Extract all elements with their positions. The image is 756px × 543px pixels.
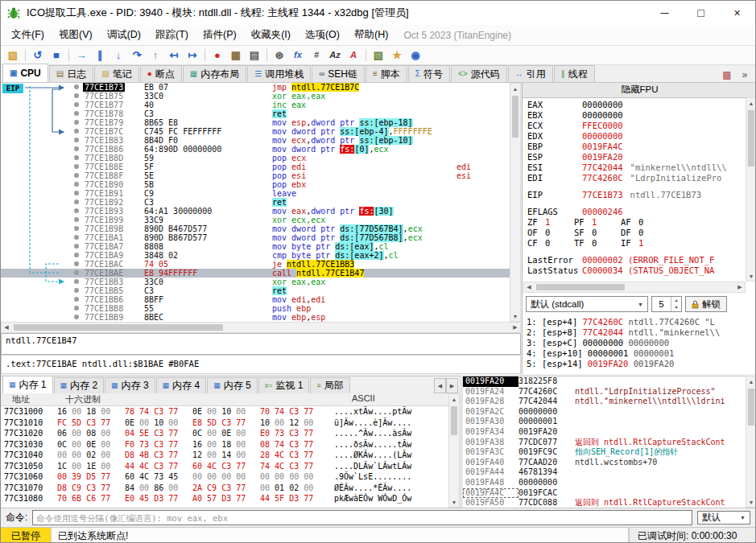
tab-日志[interactable]: ▤日志 xyxy=(49,65,93,82)
tab-脚本[interactable]: ≡脚本 xyxy=(366,65,407,82)
stack-row[interactable]: 0019FA4446781394 xyxy=(463,467,746,478)
stack-row[interactable]: 0019FA2477C4260Cntdll."LdrpInitializePro… xyxy=(463,387,746,397)
disasm-row[interactable]: 77CE1B7533C0xor eax,eax xyxy=(1,92,510,101)
maximize-button[interactable]: □ xyxy=(683,1,719,25)
scrollbar-thumb[interactable] xyxy=(512,96,518,138)
stop-button[interactable]: ■ xyxy=(48,47,65,64)
disasm-row[interactable]: 77CE1BB333C0xor eax,eax xyxy=(1,278,510,286)
step-out-button[interactable]: ↑ xyxy=(147,47,164,64)
dump-row[interactable]: 77C310300C 00 0E 00F0 73 C3 7716 00 18 0… xyxy=(1,439,448,450)
stack-scrollbar[interactable]: ▲ ▼ xyxy=(746,376,756,508)
tab-调用堆栈[interactable]: ☰调用堆栈 xyxy=(247,65,311,82)
stack-row[interactable]: 0019FA4077CAAD20ntdll.wcstombs+70 xyxy=(463,458,746,468)
breakpoint-dot[interactable] xyxy=(74,261,79,266)
case-button[interactable]: Az xyxy=(326,47,344,64)
breakpoint-dot[interactable] xyxy=(74,253,79,257)
scrollbar-thumb[interactable] xyxy=(451,406,457,435)
breakpoint-dot[interactable] xyxy=(74,93,79,98)
disasm-row[interactable]: 77CE1B92C3ret xyxy=(1,198,510,207)
disasm-row[interactable]: 77CE1B7740inc eax xyxy=(1,101,510,109)
tab-断点[interactable]: ●断点 xyxy=(140,65,182,82)
tab-线程[interactable]: ∥线程 xyxy=(554,65,595,82)
menu-item-5[interactable]: 收藏夹(I) xyxy=(244,25,298,45)
restart-button[interactable]: ↺ xyxy=(29,47,47,64)
stack-row[interactable]: 0019FA4C0019FCAC xyxy=(463,488,746,499)
register-row[interactable]: ESP0019FA20 xyxy=(527,152,744,162)
dump-tab-内存 4[interactable]: ▦内存 4 xyxy=(156,377,207,393)
settings-button[interactable]: ⊛ xyxy=(271,47,288,64)
hide-fpu-button[interactable]: 隐藏FPU xyxy=(523,83,756,98)
scroll-down-icon[interactable]: ▼ xyxy=(746,271,756,281)
menu-item-4[interactable]: 插件(P) xyxy=(196,25,244,45)
disasm-row[interactable]: 77CE1B91C9leave xyxy=(1,189,510,198)
stack-row[interactable]: 0019FA3000000001 xyxy=(463,417,746,427)
disasm-row[interactable]: 77CE1B838B4D F0mov ecx,dword ptr ss:[ebp… xyxy=(1,136,510,145)
stack-row[interactable]: 0019FA3C0019FC9C指向SEH_Record[1]的指针 xyxy=(463,447,746,458)
dump-tab-内存 2[interactable]: ▦内存 2 xyxy=(54,377,105,393)
register-row[interactable]: EDI77C4260C"LdrpInitializePro xyxy=(527,173,744,183)
register-row[interactable]: EDX00000000 xyxy=(527,131,744,142)
disasm-row[interactable]: 77CE1BA1890D B867D577mov dword ptr ds:[7… xyxy=(1,233,510,242)
log-button[interactable]: ▤ xyxy=(246,47,263,64)
stack-row[interactable]: 0019FA340019FA20 xyxy=(463,427,746,438)
stack-row[interactable]: 0019FA3877CDC077返回到 ntdll.RtlCaptureStac… xyxy=(463,438,746,448)
tab-CPU[interactable]: ▣CPU xyxy=(2,64,48,82)
breakpoint-dot[interactable] xyxy=(74,306,79,311)
disasm-row[interactable]: 77CE1B9364:A1 30000000mov eax,dword ptr … xyxy=(1,207,510,216)
scrollbar-thumb[interactable] xyxy=(748,110,754,167)
hash-button[interactable]: # xyxy=(308,47,325,64)
tab-笔记[interactable]: ▨笔记 xyxy=(94,65,138,82)
tab-引用[interactable]: ↔引用 xyxy=(508,65,553,82)
breakpoints-button[interactable]: ● xyxy=(209,47,226,64)
register-row[interactable]: CF0TF0IF1 xyxy=(527,238,744,249)
tab-内存布局[interactable]: ▦内存布局 xyxy=(183,65,246,82)
breakpoint-dot[interactable] xyxy=(74,279,79,284)
disasm-row[interactable]: 77CE1BA78808mov byte ptr ds:[eax],cl xyxy=(1,242,510,251)
skip-button[interactable]: ↦ xyxy=(184,47,201,64)
register-row[interactable]: LastError00000002 (ERROR_FILE_NOT_F xyxy=(527,255,744,265)
breakpoint-dot[interactable] xyxy=(74,270,79,275)
argument-row[interactable]: 3: [esp+C] 00000000 00000000 xyxy=(527,338,754,348)
patch-button[interactable]: ▧ xyxy=(370,47,387,64)
command-profile-select[interactable]: 默认 ▼ xyxy=(697,511,750,524)
scroll-left-icon[interactable]: ◀ xyxy=(524,282,534,292)
argument-count-stepper[interactable]: 5 ▴ ▾ xyxy=(651,296,682,312)
breakpoint-dot[interactable] xyxy=(74,226,79,231)
disassembly-hscrollbar[interactable]: ◀ ▶ xyxy=(1,322,521,333)
run-button[interactable]: → xyxy=(72,47,90,64)
breakpoint-dot[interactable] xyxy=(74,84,79,89)
about-button[interactable]: ◉ xyxy=(407,47,424,64)
disasm-row[interactable]: 77CE1B798B65 E8mov esp,dword ptr ss:[ebp… xyxy=(1,118,510,127)
dump-row[interactable]: 77C31070D8 C9 C3 7784 00 86 002A C9 C3 7… xyxy=(1,483,448,494)
dump-tab-局部[interactable]: ≡局部 xyxy=(310,377,349,393)
disasm-row[interactable]: 77CE1B7CC745 FC FEFFFFFFmov dword ptr ss… xyxy=(1,127,510,136)
breakpoint-dot[interactable] xyxy=(74,111,79,116)
disasm-row[interactable]: 77CE1B8D59pop ecx xyxy=(1,154,510,162)
dump-row[interactable]: 77C3108070 6B C6 77E0 45 D3 77A0 57 D3 7… xyxy=(1,493,448,504)
breakpoint-dot[interactable] xyxy=(74,120,79,125)
dump-row[interactable]: 77C3100016 00 18 0078 74 C3 770E 00 10 0… xyxy=(1,406,448,418)
disasm-row[interactable]: 77CE1B905Bpop ebx xyxy=(1,180,510,189)
breakpoint-dot[interactable] xyxy=(74,200,79,204)
pause-button[interactable]: ∥ xyxy=(91,47,109,64)
dump-tab-内存 3[interactable]: ▦内存 3 xyxy=(105,377,155,393)
open-file-button[interactable]: ▨ xyxy=(4,47,22,64)
dump-row[interactable]: 77C3102006 00 08 0004 5E C3 770C 00 0E 0… xyxy=(1,428,448,439)
stepper-arrows[interactable]: ▴ ▾ xyxy=(671,297,681,311)
scroll-left-icon[interactable]: ◀ xyxy=(2,323,11,332)
command-input[interactable] xyxy=(32,510,692,525)
scroll-up-icon[interactable]: ▲ xyxy=(746,376,756,386)
spin-up-icon[interactable]: ▴ xyxy=(675,297,677,304)
stack-row[interactable]: 0019FA4800000000 xyxy=(463,478,746,488)
graph-button[interactable]: ▩ xyxy=(720,68,734,82)
breakpoint-dot[interactable] xyxy=(74,235,79,240)
register-row[interactable]: ZF1PF1AF0 xyxy=(527,217,744,228)
more-tabs-button[interactable]: » xyxy=(737,68,752,82)
disasm-row[interactable]: 77CE1B73EB 07jmp ntdll.77CE1B7C xyxy=(1,83,510,92)
memory-map-button[interactable]: ▦ xyxy=(227,47,245,64)
run-to-return-button[interactable]: ↤ xyxy=(165,47,183,64)
dump-tab-内存 1[interactable]: ▦内存 1 xyxy=(2,376,53,393)
stack-row[interactable]: 0019FA2877C42044ntdll."minkernel\\ntdll\… xyxy=(463,397,746,407)
stack-row[interactable]: 0019FA2C00000000 xyxy=(463,407,746,418)
register-row[interactable]: EIP77CE1B73ntdll.77CE1B73 xyxy=(527,190,744,200)
